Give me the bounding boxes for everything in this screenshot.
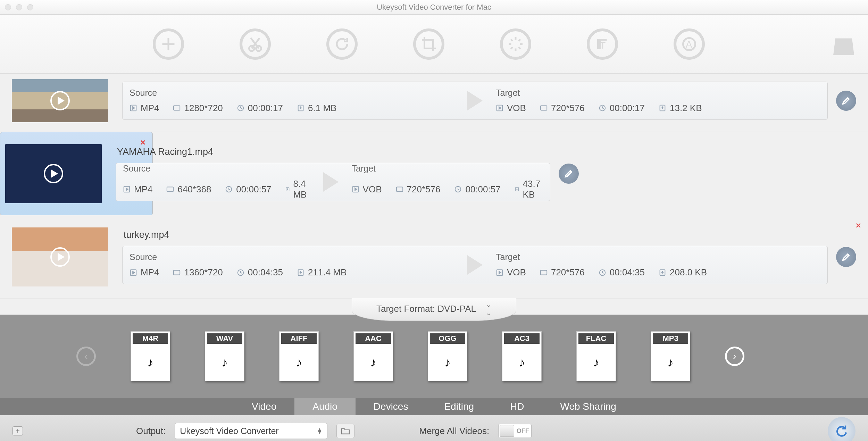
source-label: Source [130, 88, 454, 98]
output-value: Ukeysoft Video Converter [180, 426, 278, 436]
src-size: 211.4 MB [308, 267, 347, 278]
format-aac[interactable]: AAC♪ [353, 331, 393, 381]
merge-toggle[interactable]: OFF [498, 424, 532, 438]
src-resolution: 1360*720 [184, 267, 223, 278]
thumbnail[interactable] [12, 79, 108, 122]
tgt-size: 208.0 KB [670, 267, 707, 278]
tgt-size: 13.2 KB [670, 103, 702, 114]
watermark-icon[interactable]: A [674, 28, 705, 60]
subtitle-icon[interactable]: T [587, 28, 618, 60]
effect-icon[interactable] [500, 28, 531, 60]
browse-folder-button[interactable] [336, 424, 354, 438]
edit-button[interactable] [836, 91, 856, 111]
tab-audio[interactable]: Audio [294, 398, 356, 415]
zoom-window-icon[interactable] [27, 4, 33, 10]
file-row[interactable]: Source MP4 1280*720 00:00:17 6.1 MB Targ… [0, 74, 868, 132]
tab-editing[interactable]: Editing [426, 398, 492, 415]
info-card: Source MP4 640*368 00:00:57 8.4 MB Targe… [116, 163, 550, 201]
file-row[interactable]: × turkey.mp4 Source MP4 1360*720 00:04:3… [0, 215, 868, 299]
edit-button[interactable] [559, 164, 579, 184]
edit-button[interactable] [836, 247, 856, 267]
file-name: turkey.mp4 [124, 230, 828, 240]
src-size: 8.4 MB [293, 178, 310, 200]
merge-label: Merge All Videos: [419, 426, 489, 436]
svg-rect-6 [174, 106, 180, 110]
tgt-resolution: 720*576 [407, 184, 441, 195]
src-resolution: 640*368 [177, 184, 211, 195]
remove-button[interactable]: × [856, 220, 861, 231]
tab-web-sharing[interactable]: Web Sharing [542, 398, 634, 415]
convert-button[interactable] [828, 417, 856, 441]
target-label: Target [496, 88, 820, 98]
tab-devices[interactable]: Devices [356, 398, 426, 415]
crop-icon[interactable] [413, 28, 444, 60]
target-format-label: Target Format: DVD-PAL [376, 303, 476, 314]
next-button[interactable]: › [725, 347, 744, 366]
play-icon[interactable] [50, 91, 70, 110]
info-card: Source MP4 1280*720 00:00:17 6.1 MB Targ… [122, 82, 828, 120]
toolbar: T A [0, 15, 868, 74]
format-wav[interactable]: WAV♪ [205, 331, 244, 381]
svg-rect-26 [541, 270, 547, 275]
minimize-window-icon[interactable] [16, 4, 22, 10]
category-tabs: VideoAudioDevicesEditingHDWeb Sharing [0, 398, 868, 415]
source-label: Source [130, 252, 454, 262]
format-ac3[interactable]: AC3♪ [502, 331, 542, 381]
svg-rect-10 [541, 106, 547, 110]
file-list: Source MP4 1280*720 00:00:17 6.1 MB Targ… [0, 74, 868, 299]
remove-button[interactable]: × [140, 137, 145, 148]
rotate-icon[interactable] [326, 28, 358, 60]
tgt-resolution: 720*576 [551, 267, 585, 278]
output-label: Output: [136, 426, 166, 436]
src-format: MP4 [141, 103, 159, 114]
src-format: MP4 [134, 184, 152, 195]
target-label: Target [352, 164, 543, 174]
tab-hd[interactable]: HD [492, 398, 542, 415]
format-mp3[interactable]: MP3♪ [651, 331, 690, 381]
cut-icon[interactable] [240, 28, 271, 60]
tgt-duration: 00:04:35 [610, 267, 645, 278]
source-label: Source [123, 164, 310, 174]
chevron-down-icon: ⌄⌄ [486, 300, 492, 317]
svg-text:A: A [686, 39, 692, 50]
arrow-icon [317, 172, 345, 192]
tgt-duration: 00:00:17 [610, 103, 645, 114]
format-aiff[interactable]: AIFF♪ [279, 331, 319, 381]
add-small-button[interactable]: + [12, 426, 23, 435]
src-duration: 00:00:17 [248, 103, 283, 114]
store-icon[interactable] [833, 33, 854, 55]
src-resolution: 1280*720 [184, 103, 223, 114]
close-window-icon[interactable] [5, 4, 11, 10]
play-icon[interactable] [44, 164, 63, 183]
info-card: Source MP4 1360*720 00:04:35 211.4 MB Ta… [122, 246, 828, 284]
target-label: Target [496, 252, 820, 262]
thumbnail[interactable] [12, 227, 108, 286]
thumbnail[interactable] [5, 144, 102, 203]
svg-rect-18 [396, 187, 402, 192]
svg-text:T: T [600, 40, 606, 50]
tab-video[interactable]: Video [234, 398, 294, 415]
play-icon[interactable] [50, 247, 70, 267]
svg-rect-14 [167, 187, 173, 192]
src-size: 6.1 MB [308, 103, 336, 114]
format-ogg[interactable]: OGG♪ [428, 331, 467, 381]
tgt-duration: 00:00:57 [465, 184, 500, 195]
app-title: Ukeysoft Video Converter for Mac [377, 3, 491, 12]
format-m4r[interactable]: M4R♪ [131, 331, 170, 381]
file-row[interactable]: × YAMAHA Racing1.mp4 Source MP4 640*368 … [0, 132, 153, 215]
output-select[interactable]: Ukeysoft Video Converter▲▼ [175, 423, 327, 439]
tgt-format: VOB [507, 267, 526, 278]
format-flac[interactable]: FLAC♪ [576, 331, 616, 381]
format-strip: ‹ M4R♪WAV♪AIFF♪AAC♪OGG♪AC3♪FLAC♪MP3♪ › [0, 315, 868, 398]
prev-button[interactable]: ‹ [76, 347, 96, 366]
bottom-bar: + Output: Ukeysoft Video Converter▲▼ Mer… [0, 415, 868, 441]
tgt-format: VOB [363, 184, 382, 195]
add-icon[interactable] [153, 28, 184, 60]
src-duration: 00:04:35 [248, 267, 283, 278]
svg-rect-22 [174, 270, 180, 275]
tgt-resolution: 720*576 [551, 103, 585, 114]
arrow-icon [461, 255, 489, 275]
file-name: YAMAHA Racing1.mp4 [117, 147, 550, 157]
src-duration: 00:00:57 [236, 184, 271, 195]
arrow-icon [461, 91, 489, 110]
